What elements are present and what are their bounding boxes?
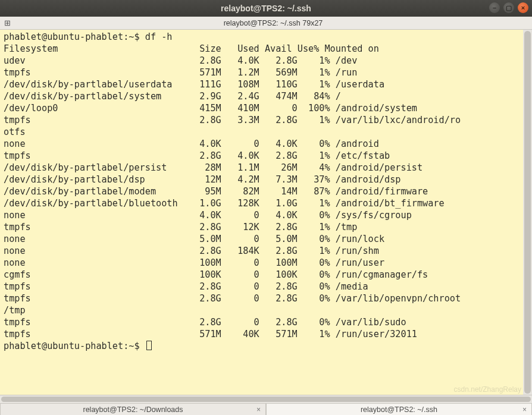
minimize-button[interactable]: – bbox=[489, 2, 500, 13]
terminal-infobar: ⊞ relaybot@TPS2: ~/.ssh 79x27 bbox=[0, 17, 532, 30]
tab-ssh[interactable]: relaybot@TPS2: ~/.ssh × bbox=[266, 403, 532, 415]
split-view-icon[interactable]: ⊞ bbox=[0, 18, 14, 27]
maximize-button[interactable]: ▢ bbox=[503, 2, 514, 13]
window-title: relaybot@TPS2: ~/.ssh bbox=[0, 4, 532, 13]
vertical-scrollbar[interactable] bbox=[523, 30, 532, 395]
close-icon[interactable]: × bbox=[256, 405, 261, 414]
tab-label: relaybot@TPS2: ~/Downloads bbox=[83, 405, 183, 414]
terminal-pane[interactable]: phablet@ubuntu-phablet:~$ df -h Filesyst… bbox=[0, 30, 532, 395]
window-controls: – ▢ × bbox=[489, 2, 528, 13]
watermark-text: csdn.net/ZhangRelay bbox=[454, 385, 521, 394]
window-titlebar: relaybot@TPS2: ~/.ssh – ▢ × bbox=[0, 0, 532, 17]
horizontal-scrollbar[interactable] bbox=[0, 395, 532, 403]
close-icon[interactable]: × bbox=[522, 405, 527, 414]
terminal-output[interactable]: phablet@ubuntu-phablet:~$ df -h Filesyst… bbox=[0, 30, 532, 352]
tab-downloads[interactable]: relaybot@TPS2: ~/Downloads × bbox=[0, 403, 266, 415]
terminal-cursor bbox=[146, 341, 152, 350]
close-button[interactable]: × bbox=[518, 2, 528, 13]
vertical-scrollbar-thumb[interactable] bbox=[524, 31, 531, 394]
horizontal-scrollbar-thumb[interactable] bbox=[1, 397, 531, 402]
terminal-tabstrip: relaybot@TPS2: ~/Downloads × relaybot@TP… bbox=[0, 403, 532, 415]
terminal-dimensions: relaybot@TPS2: ~/.ssh 79x27 bbox=[14, 19, 532, 27]
tab-label: relaybot@TPS2: ~/.ssh bbox=[361, 405, 437, 414]
